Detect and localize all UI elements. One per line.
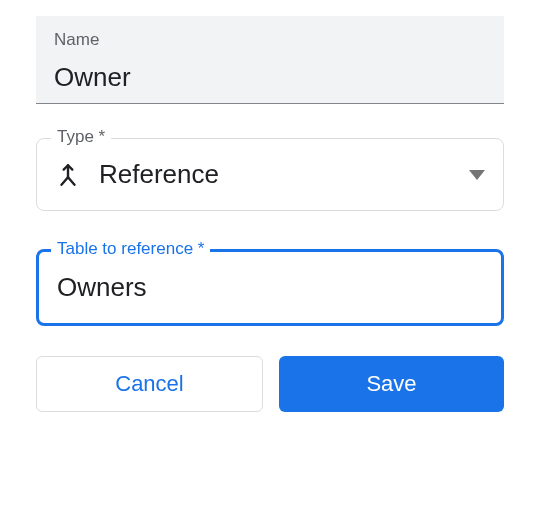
name-field[interactable]: Name Owner xyxy=(36,16,504,104)
type-select-label: Type * xyxy=(51,127,111,147)
cancel-button[interactable]: Cancel xyxy=(36,356,263,412)
type-select-value: Reference xyxy=(99,159,469,190)
table-reference-select[interactable]: Table to reference * Owners xyxy=(36,249,504,326)
name-field-label: Name xyxy=(54,30,486,50)
table-reference-value: Owners xyxy=(57,272,147,303)
save-button[interactable]: Save xyxy=(279,356,504,412)
type-select[interactable]: Type * Reference xyxy=(36,138,504,211)
button-row: Cancel Save xyxy=(36,356,504,412)
name-field-value: Owner xyxy=(54,62,486,93)
merge-icon xyxy=(55,162,81,188)
table-reference-label: Table to reference * xyxy=(51,239,210,259)
chevron-down-icon xyxy=(469,166,485,184)
